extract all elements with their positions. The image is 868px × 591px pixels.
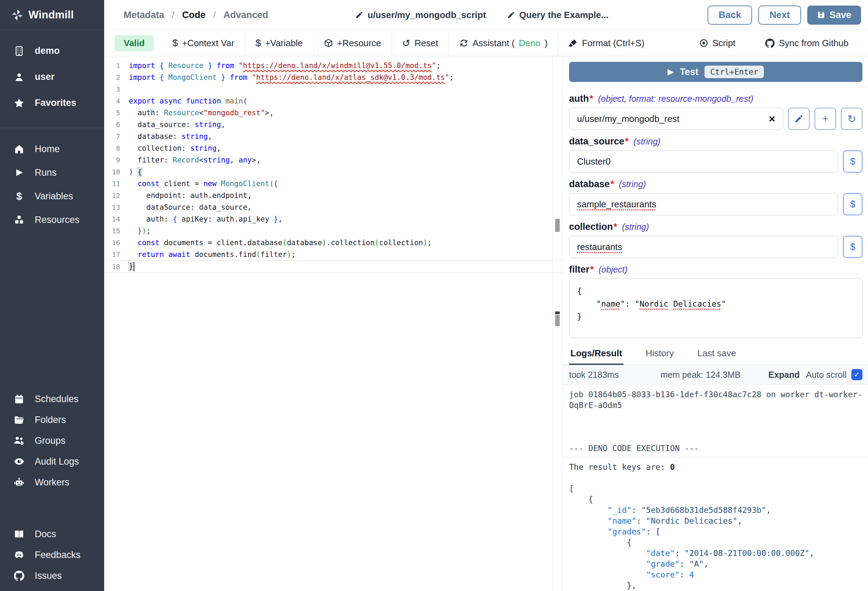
sync-from-github-button[interactable]: Sync from Github (755, 38, 859, 49)
sidebar-item-label: Feedbacks (35, 550, 81, 560)
test-button[interactable]: ▶ Test Ctrl+Enter (569, 62, 862, 82)
filter-json-editor[interactable]: { "name": "Nordic Delicacies"} (569, 278, 862, 338)
dollar-icon: $ (255, 37, 261, 49)
add-resource-button[interactable]: + (815, 108, 836, 130)
tab-metadata[interactable]: Metadata (124, 10, 164, 21)
building-icon (13, 45, 25, 57)
script-kind-button[interactable]: Script (689, 38, 746, 49)
sidebar-item-variables[interactable]: $ Variables (0, 185, 104, 208)
script-path-edit[interactable]: u/user/my_mongodb_script (355, 10, 486, 21)
home-icon (13, 143, 25, 155)
required-mark: * (590, 264, 594, 275)
field-collection: collection * (string) restaurants $ (569, 222, 862, 258)
result-output: The result keys are: 0[ { "_id": "5eb3d6… (569, 457, 862, 591)
play-icon: ▶ (668, 67, 673, 76)
code-lines: 1import { Resource } from "https://deno.… (104, 60, 562, 273)
insert-variable-button[interactable]: $ (843, 150, 862, 173)
app-window: Windmill demo user Favorites (0, 0, 868, 591)
scrollbar-decoration (555, 219, 560, 232)
nav-section-main: Home Runs $ Variables Resources (0, 128, 104, 232)
sidebar-item-issues[interactable]: Issues (0, 565, 104, 586)
pencil-icon (355, 11, 363, 19)
editor-toolbar: Valid $ +Context Var $ +Variable +Resour… (104, 30, 868, 56)
sidebar-item-schedules[interactable]: Schedules (0, 389, 104, 409)
tab-advanced[interactable]: Advanced (224, 10, 269, 21)
field-annotation: (string) (622, 222, 649, 232)
sidebar-item-resources[interactable]: Resources (0, 208, 104, 232)
brush-icon (569, 38, 578, 47)
sidebar-item-label: Variables (35, 191, 73, 202)
database-input[interactable]: sample_restaurants (569, 193, 838, 215)
test-shortcut-kbd: Ctrl+Enter (704, 66, 763, 78)
assistant-button[interactable]: Assistant (Deno) (449, 38, 558, 49)
required-mark: * (614, 222, 617, 232)
code-editor[interactable]: 1import { Resource } from "https://deno.… (104, 56, 562, 591)
auth-resource-input[interactable]: u/user/my_mongodb_rest × (569, 108, 783, 130)
folder-icon (13, 414, 25, 426)
next-button[interactable]: Next (758, 6, 801, 25)
result-tabs: Logs/Result History Last save (563, 345, 868, 365)
tab-history[interactable]: History (644, 345, 675, 365)
refresh-resource-button[interactable]: ↻ (841, 108, 862, 130)
sidebar-item-feedbacks[interactable]: Feedbacks (0, 544, 104, 565)
breadcrumb: Metadata / Code / Advanced (124, 10, 269, 21)
sidebar-item-user[interactable]: user (0, 64, 104, 90)
pencil-icon (507, 11, 515, 19)
preview-panel: ▶ Test Ctrl+Enter auth * (object, format… (562, 56, 868, 591)
sidebar-item-label: demo (35, 46, 60, 56)
sidebar: Windmill demo user Favorites (0, 0, 104, 591)
required-mark: * (589, 93, 593, 104)
sidebar-item-groups[interactable]: Groups (0, 430, 104, 451)
autoscroll-checkbox[interactable]: ✓ (851, 369, 862, 380)
field-annotation: (object, format: resource-mongodb_rest) (598, 94, 753, 104)
cubes-icon (13, 214, 25, 226)
sidebar-item-label: Issues (35, 570, 62, 581)
workspace-logo[interactable]: Windmill (0, 0, 104, 30)
field-filter: filter * (object) { "name": "Nordic Deli… (569, 264, 862, 338)
tab-logs-result[interactable]: Logs/Result (569, 345, 624, 365)
required-mark: * (610, 179, 614, 190)
breadcrumb-separator: / (172, 10, 175, 21)
sidebar-item-docs[interactable]: Docs (0, 524, 104, 544)
github-icon (765, 38, 775, 48)
scrollbar-decoration (555, 312, 560, 314)
format-button[interactable]: Format (Ctrl+S) (558, 38, 655, 49)
tab-last-save[interactable]: Last save (696, 345, 737, 365)
sidebar-item-label: Runs (35, 167, 57, 178)
add-variable-button[interactable]: $ +Variable (245, 37, 313, 49)
dollar-icon: $ (13, 190, 25, 202)
dollar-icon: $ (173, 37, 178, 49)
insert-variable-button[interactable]: $ (843, 193, 862, 215)
reset-button[interactable]: ↺ Reset (392, 37, 449, 49)
breadcrumb-separator: / (213, 10, 216, 21)
editor-scrollbar-track[interactable] (552, 56, 553, 591)
sidebar-item-runs[interactable]: Runs (0, 161, 104, 185)
sidebar-item-favorites[interactable]: Favorites (0, 90, 104, 116)
target-icon (699, 38, 708, 47)
field-annotation: (string) (634, 136, 661, 146)
collection-input[interactable]: restaurants (569, 236, 838, 258)
edit-resource-button[interactable] (788, 108, 810, 130)
log-output: job 01864b05-8033-b136-1def-f30c48ac7c28… (569, 385, 862, 454)
pencil-icon (794, 114, 803, 123)
sidebar-item-audit-logs[interactable]: Audit Logs (0, 451, 104, 472)
sidebar-item-workers[interactable]: Workers (0, 472, 104, 493)
script-summary-edit[interactable]: Query the Example... (507, 10, 609, 21)
book-icon (13, 528, 25, 540)
sidebar-item-folders[interactable]: Folders (0, 409, 104, 430)
add-context-var-button[interactable]: $ +Context Var (162, 37, 245, 49)
expand-button[interactable]: Expand (768, 370, 800, 380)
sidebar-item-label: Workers (35, 477, 69, 488)
tab-code[interactable]: Code (182, 10, 206, 21)
add-resource-button[interactable]: +Resource (313, 38, 391, 49)
back-button[interactable]: Back (708, 6, 752, 25)
save-button[interactable]: Save (807, 6, 861, 25)
clear-icon[interactable]: × (769, 113, 775, 124)
box-icon (324, 38, 333, 47)
sidebar-item-label: Docs (35, 529, 56, 539)
sidebar-item-workspace[interactable]: demo (0, 38, 104, 64)
insert-variable-button[interactable]: $ (843, 236, 862, 258)
data-source-input[interactable]: Cluster0 (569, 150, 838, 173)
field-database: database * (string) sample_restaurants $ (569, 179, 862, 215)
sidebar-item-home[interactable]: Home (0, 137, 104, 161)
